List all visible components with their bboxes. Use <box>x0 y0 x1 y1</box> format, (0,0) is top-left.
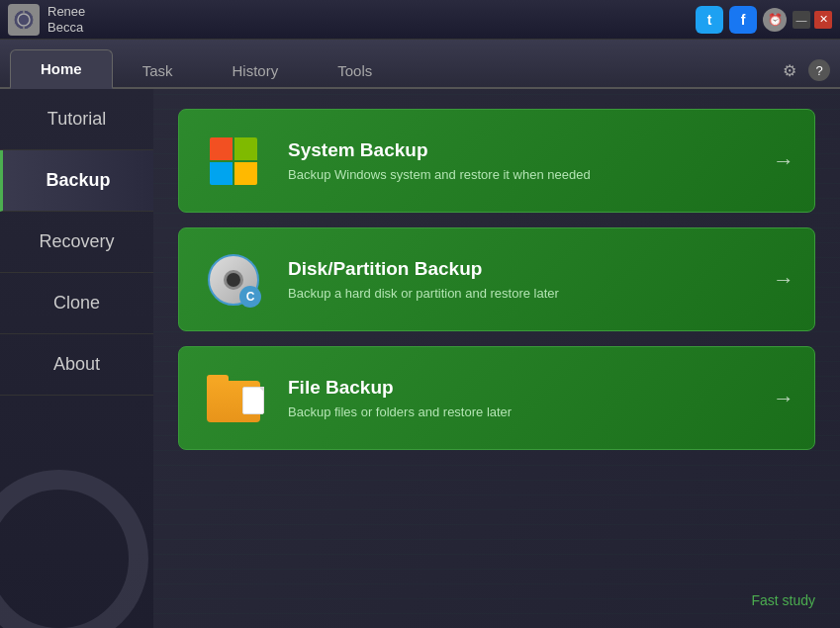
sidebar-item-clone[interactable]: Clone <box>0 273 153 334</box>
sidebar: Tutorial Backup Recovery Clone About <box>0 89 153 628</box>
clock-icon: ⏰ <box>763 8 787 32</box>
system-backup-text: System Backup Backup Windows system and … <box>288 139 773 182</box>
window-controls: — ✕ <box>793 11 832 29</box>
tab-right-icons: ⚙ ? <box>779 59 830 87</box>
disk-backup-desc: Backup a hard disk or partition and rest… <box>288 286 773 301</box>
content-area: Tutorial Backup Recovery Clone About <box>0 89 840 628</box>
twitter-button[interactable]: t <box>696 6 723 34</box>
title-bar: Renee Becca t f ⏰ — ✕ <box>0 0 840 40</box>
system-backup-card[interactable]: System Backup Backup Windows system and … <box>178 109 815 213</box>
file-backup-desc: Backup files or folders and restore late… <box>288 404 773 419</box>
disk-backup-title: Disk/Partition Backup <box>288 258 773 280</box>
app-name-line2: Becca <box>47 20 85 36</box>
disk-backup-arrow: → <box>773 267 794 293</box>
main-container: Home Task History Tools ⚙ ? Tutorial Bac… <box>0 40 840 628</box>
sidebar-item-backup[interactable]: Backup <box>0 150 153 212</box>
settings-icon[interactable]: ⚙ <box>779 59 800 81</box>
app-branding: Renee Becca <box>8 4 85 36</box>
sidebar-item-tutorial[interactable]: Tutorial <box>0 89 153 150</box>
tab-tools[interactable]: Tools <box>308 52 402 89</box>
file-backup-arrow: → <box>773 386 794 411</box>
disk-backup-card[interactable]: C Disk/Partition Backup Backup a hard di… <box>178 227 815 331</box>
help-icon[interactable]: ? <box>808 59 830 81</box>
tab-home[interactable]: Home <box>10 49 113 89</box>
system-backup-title: System Backup <box>288 139 773 161</box>
file-backup-card[interactable]: File Backup Backup files or folders and … <box>178 346 815 450</box>
file-backup-text: File Backup Backup files or folders and … <box>288 377 773 419</box>
system-backup-icon <box>199 127 268 196</box>
facebook-button[interactable]: f <box>729 6 757 34</box>
tab-task[interactable]: Task <box>113 52 203 89</box>
fast-study-link[interactable]: Fast study <box>751 592 815 608</box>
sidebar-item-recovery[interactable]: Recovery <box>0 212 153 273</box>
app-logo <box>8 4 40 36</box>
sidebar-item-about[interactable]: About <box>0 334 153 396</box>
tab-bar: Home Task History Tools ⚙ ? <box>0 40 840 89</box>
close-button[interactable]: ✕ <box>814 11 832 29</box>
tab-history[interactable]: History <box>203 52 309 89</box>
disk-backup-text: Disk/Partition Backup Backup a hard disk… <box>288 258 773 301</box>
system-backup-arrow: → <box>773 148 794 174</box>
file-backup-icon <box>199 364 268 433</box>
minimize-button[interactable]: — <box>793 11 810 29</box>
app-name-line1: Renee <box>47 4 85 20</box>
title-bar-controls: t f ⏰ — ✕ <box>696 6 832 34</box>
main-panel: System Backup Backup Windows system and … <box>153 89 840 628</box>
disk-backup-icon: C <box>199 245 268 314</box>
file-backup-title: File Backup <box>288 377 773 399</box>
sidebar-bg-decoration <box>0 470 148 628</box>
system-backup-desc: Backup Windows system and restore it whe… <box>288 167 773 182</box>
